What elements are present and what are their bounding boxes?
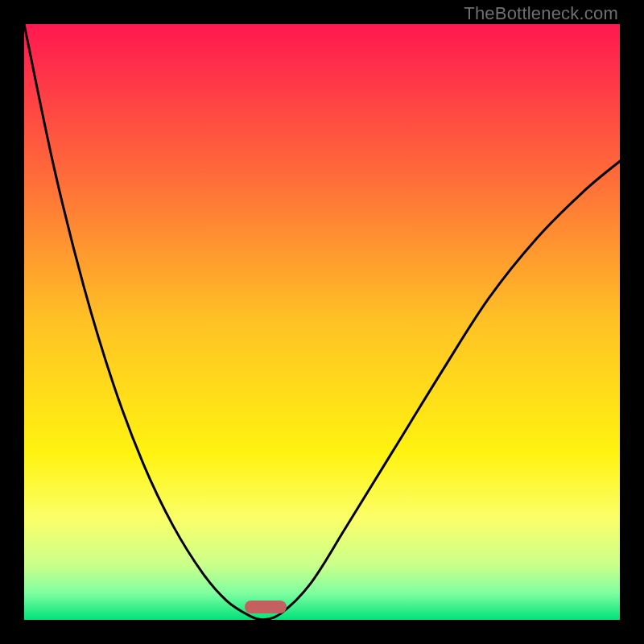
plot-area: [24, 24, 620, 620]
optimum-marker: [245, 601, 287, 613]
watermark-text: TheBottleneck.com: [464, 3, 618, 24]
bottleneck-curve: [24, 24, 620, 620]
curve-left-branch: [24, 24, 262, 620]
chart-frame: TheBottleneck.com: [0, 0, 644, 644]
curve-right-branch: [262, 161, 620, 620]
